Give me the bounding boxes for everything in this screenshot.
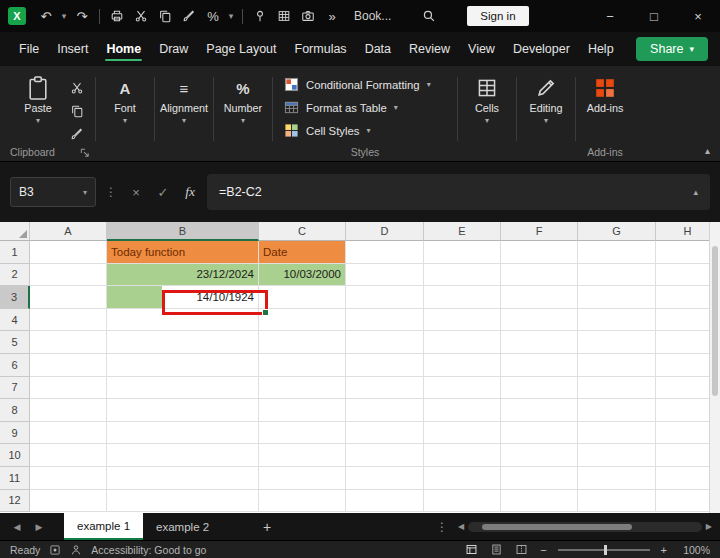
column-header-C[interactable]: C	[259, 222, 346, 241]
add-sheet-button[interactable]: +	[256, 519, 278, 535]
cell-D4[interactable]	[346, 309, 424, 332]
cell-A1[interactable]	[30, 241, 107, 264]
insert-function-button[interactable]: fx	[180, 184, 200, 200]
cell-F5[interactable]	[501, 331, 578, 354]
page-layout-view-button[interactable]	[490, 543, 504, 557]
cell-C1[interactable]: Date	[259, 241, 346, 264]
cell-F10[interactable]	[501, 444, 578, 467]
table-button[interactable]	[272, 4, 296, 28]
cell-A5[interactable]	[30, 331, 107, 354]
formula-bar-drag-handle[interactable]: ⋮	[103, 185, 119, 199]
row-header-1[interactable]: 1	[0, 241, 30, 264]
cell-B9[interactable]	[107, 422, 259, 445]
cell-B1[interactable]: Today function	[107, 241, 259, 264]
cell-C10[interactable]	[259, 444, 346, 467]
horizontal-scrollbar-thumb[interactable]	[482, 524, 632, 530]
column-header-D[interactable]: D	[346, 222, 424, 241]
menu-tab-data[interactable]: Data	[356, 35, 400, 63]
sheet-tab-example-1[interactable]: example 1	[64, 513, 143, 540]
copy-icon[interactable]	[66, 102, 88, 121]
cell-E5[interactable]	[424, 331, 501, 354]
cell-G11[interactable]	[578, 467, 656, 490]
cell-B6[interactable]	[107, 354, 259, 377]
cell-E11[interactable]	[424, 467, 501, 490]
ribbon-group-add-ins[interactable]: Add-ins	[579, 71, 631, 114]
cell-D8[interactable]	[346, 399, 424, 422]
cell-B11[interactable]	[107, 467, 259, 490]
cell-D6[interactable]	[346, 354, 424, 377]
cell-B8[interactable]	[107, 399, 259, 422]
row-header-9[interactable]: 9	[0, 422, 30, 445]
cell-F1[interactable]	[501, 241, 578, 264]
cell-E3[interactable]	[424, 286, 501, 309]
sheet-options-icon[interactable]: ⋮	[426, 520, 458, 534]
camera-button[interactable]	[296, 4, 320, 28]
scroll-left-icon[interactable]: ◀	[458, 522, 464, 531]
row-header-12[interactable]: 12	[0, 490, 30, 513]
cell-D1[interactable]	[346, 241, 424, 264]
cell-G10[interactable]	[578, 444, 656, 467]
cell-B2[interactable]: 23/12/2024	[107, 264, 259, 287]
qat-menu-button[interactable]: ▾	[225, 4, 237, 28]
ribbon-group-font[interactable]: AFont▾	[99, 71, 151, 161]
close-button[interactable]: ×	[676, 0, 720, 32]
cell-E2[interactable]	[424, 264, 501, 287]
cell-C2[interactable]: 10/03/2000	[259, 264, 346, 287]
row-header-8[interactable]: 8	[0, 399, 30, 422]
cell-G1[interactable]	[578, 241, 656, 264]
zoom-slider-thumb[interactable]	[604, 545, 607, 555]
expand-formula-bar-icon[interactable]: ▴	[693, 187, 698, 197]
cell-G7[interactable]	[578, 377, 656, 400]
copy-button[interactable]	[153, 4, 177, 28]
menu-tab-insert[interactable]: Insert	[48, 35, 97, 63]
row-header-2[interactable]: 2	[0, 264, 30, 287]
ribbon-group-alignment[interactable]: ≡Alignment▾	[158, 71, 210, 161]
row-header-10[interactable]: 10	[0, 444, 30, 467]
qat-overflow-button[interactable]: »	[320, 4, 344, 28]
format-painter-button[interactable]	[177, 4, 201, 28]
next-sheet-button[interactable]: ▶	[28, 522, 50, 532]
column-header-A[interactable]: A	[30, 222, 107, 241]
fill-handle[interactable]	[262, 309, 269, 316]
styles-item-format-as-table[interactable]: Format as Table▾	[280, 96, 450, 119]
page-break-view-button[interactable]	[515, 543, 529, 557]
vertical-scrollbar-thumb[interactable]	[712, 246, 718, 396]
cell-G5[interactable]	[578, 331, 656, 354]
previous-sheet-button[interactable]: ◀	[6, 522, 28, 532]
cell-A2[interactable]	[30, 264, 107, 287]
cell-D9[interactable]	[346, 422, 424, 445]
scroll-right-icon[interactable]: ▶	[706, 522, 712, 531]
ribbon-group-editing[interactable]: Editing▾	[520, 71, 572, 125]
row-header-4[interactable]: 4	[0, 309, 30, 332]
cell-C12[interactable]	[259, 490, 346, 513]
pin-button[interactable]	[248, 4, 272, 28]
column-header-F[interactable]: F	[501, 222, 578, 241]
vertical-scrollbar[interactable]	[709, 222, 720, 513]
select-all-button[interactable]	[0, 222, 30, 241]
zoom-slider[interactable]	[558, 549, 650, 551]
cell-F12[interactable]	[501, 490, 578, 513]
cell-C9[interactable]	[259, 422, 346, 445]
cell-G2[interactable]	[578, 264, 656, 287]
enter-button[interactable]: ✓	[153, 185, 173, 200]
styles-item-cell-styles[interactable]: Cell Styles▾	[280, 119, 450, 142]
sheet-tab-example-2[interactable]: example 2	[143, 513, 222, 540]
cell-D5[interactable]	[346, 331, 424, 354]
cell-G12[interactable]	[578, 490, 656, 513]
macro-record-icon[interactable]	[49, 544, 61, 556]
horizontal-scrollbar-track[interactable]	[468, 522, 702, 532]
cell-C7[interactable]	[259, 377, 346, 400]
cell-F11[interactable]	[501, 467, 578, 490]
horizontal-scrollbar[interactable]: ◀ ▶	[458, 522, 714, 532]
minimize-button[interactable]: −	[588, 0, 632, 32]
cell-E12[interactable]	[424, 490, 501, 513]
cell-F7[interactable]	[501, 377, 578, 400]
cell-E9[interactable]	[424, 422, 501, 445]
cell-A10[interactable]	[30, 444, 107, 467]
maximize-button[interactable]: □	[632, 0, 676, 32]
cell-F3[interactable]	[501, 286, 578, 309]
zoom-in-button[interactable]: +	[661, 544, 667, 556]
cell-D12[interactable]	[346, 490, 424, 513]
column-header-E[interactable]: E	[424, 222, 501, 241]
cell-G6[interactable]	[578, 354, 656, 377]
